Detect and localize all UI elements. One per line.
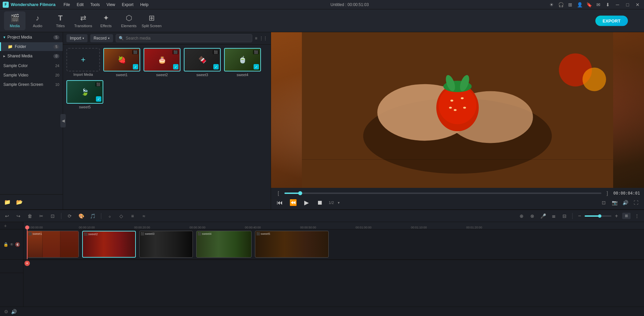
frame-back-button[interactable]: ⏪ bbox=[288, 198, 298, 207]
progress-handle[interactable] bbox=[298, 191, 302, 195]
media-item-sweet4[interactable]: 🍵 ⬛ ✓ sweet4 bbox=[224, 48, 261, 77]
timeline-ruler-spacer: + bbox=[0, 222, 23, 229]
speed-button[interactable]: ⟳ bbox=[65, 212, 74, 220]
menu-tools[interactable]: Tools bbox=[88, 2, 102, 8]
cut-button[interactable]: ✂ bbox=[37, 212, 46, 220]
fullscreen-button[interactable]: ⛶ bbox=[632, 199, 640, 207]
tool-elements[interactable]: ⬡ Elements bbox=[118, 11, 140, 30]
mark-in-button[interactable]: [ bbox=[275, 190, 282, 197]
fraction-dropdown-icon[interactable]: ▾ bbox=[338, 201, 340, 205]
add-track-button[interactable]: + bbox=[2, 222, 9, 229]
media-item-sweet2[interactable]: 🎂 ⬛ ✓ sweet2 bbox=[144, 48, 180, 77]
ripple-button[interactable]: ≈ bbox=[140, 212, 148, 220]
picture-in-picture-button[interactable]: ⊟ bbox=[560, 212, 569, 220]
menu-export[interactable]: Export bbox=[119, 2, 136, 8]
tool-elements-label: Elements bbox=[121, 24, 137, 28]
search-input[interactable] bbox=[126, 36, 249, 41]
tool-split-screen[interactable]: ⊞ Split Screen bbox=[141, 11, 162, 30]
import-button[interactable]: Import ▾ bbox=[66, 34, 88, 42]
zoom-slider[interactable] bbox=[585, 215, 611, 217]
keyframe-button[interactable]: ◇ bbox=[117, 212, 125, 220]
menu-edit[interactable]: Edit bbox=[74, 2, 87, 8]
crop-button[interactable]: ⊡ bbox=[600, 199, 608, 207]
tool-media-label: Media bbox=[10, 24, 20, 28]
sample-green-screen-item[interactable]: Sample Green Screen 10 bbox=[0, 80, 63, 89]
undo-button[interactable]: ↩ bbox=[3, 212, 11, 220]
split-button[interactable]: ⬦ bbox=[105, 212, 114, 220]
folder-item[interactable]: 📁 Folder 5 bbox=[0, 42, 63, 51]
delete-button[interactable]: 🗑 bbox=[25, 212, 34, 220]
mark-out-button[interactable]: ] bbox=[604, 190, 611, 197]
add-folder-button[interactable]: 📁 bbox=[3, 197, 12, 207]
sample-video-item[interactable]: Sample Video 20 bbox=[0, 70, 63, 80]
grid-icon[interactable]: ⊞ bbox=[567, 1, 574, 8]
tool-transitions[interactable]: ⇄ Transitions bbox=[72, 11, 94, 30]
svg-point-12 bbox=[463, 107, 466, 109]
media-item-sweet1[interactable]: 🍓 ⬛ ✓ sweet1 bbox=[103, 48, 140, 77]
shared-media-header[interactable]: ▸ Shared Media 0 bbox=[0, 51, 63, 61]
media-item-sweet3[interactable]: 🍫 ⬛ ✓ sweet3 bbox=[184, 48, 221, 77]
record-button[interactable]: Record ▾ bbox=[90, 34, 113, 42]
add-smart-album-button[interactable]: 📂 bbox=[15, 197, 24, 207]
main-video-track: ⬛ sweet1 ⬛ sweet2 bbox=[23, 229, 644, 260]
project-media-header[interactable]: ▾ Project Media 5 bbox=[0, 32, 63, 42]
export-button[interactable]: EXPORT bbox=[595, 15, 628, 26]
crop-timeline-button[interactable]: ⊡ bbox=[48, 212, 57, 220]
motion-track-button[interactable]: ⊕ bbox=[517, 212, 526, 220]
sample-color-item[interactable]: Sample Color 24 bbox=[0, 61, 63, 70]
play-button[interactable]: ▶ bbox=[302, 198, 311, 207]
menu-help[interactable]: Help bbox=[138, 2, 151, 8]
sun-icon[interactable]: ☀ bbox=[548, 1, 555, 8]
subtitle-button[interactable]: ≣ bbox=[549, 212, 558, 220]
menu-file[interactable]: File bbox=[61, 2, 72, 8]
tool-split-screen-label: Split Screen bbox=[142, 24, 161, 28]
import-media-box[interactable]: + bbox=[66, 48, 100, 71]
tool-titles-label: Titles bbox=[56, 24, 65, 28]
zoom-in-button[interactable]: + bbox=[613, 212, 620, 220]
audio-timeline-button[interactable]: 🎵 bbox=[88, 212, 97, 220]
tool-media[interactable]: 🎬 Media bbox=[4, 11, 25, 30]
color-button[interactable]: 🎨 bbox=[77, 212, 86, 220]
volume-button[interactable]: 🔊 bbox=[621, 199, 629, 207]
bookmark-icon[interactable]: 🔖 bbox=[586, 1, 592, 8]
mail-icon[interactable]: ✉ bbox=[595, 1, 602, 8]
ruler-tick-3: 00:00:30:00 bbox=[190, 226, 206, 229]
maximize-button[interactable]: □ bbox=[624, 1, 631, 8]
download-icon[interactable]: ⬇ bbox=[604, 1, 611, 8]
person-icon[interactable]: 👤 bbox=[576, 1, 583, 8]
tool-effects[interactable]: ✦ Effects bbox=[95, 11, 117, 30]
redo-button[interactable]: ↪ bbox=[14, 212, 23, 220]
timeline-settings-icon[interactable]: ⚙ bbox=[4, 309, 8, 314]
audio-wave-icon[interactable]: 🔊 bbox=[11, 309, 17, 314]
stop-button[interactable]: ⏹ bbox=[315, 198, 325, 207]
grid-view-icon[interactable]: ⋮⋮ bbox=[259, 36, 267, 41]
clip-sweet5[interactable]: ⬛ sweet5 bbox=[255, 231, 329, 258]
clip-sweet2[interactable]: ⬛ sweet2 bbox=[82, 231, 136, 258]
skip-back-button[interactable]: ⏮ bbox=[275, 198, 284, 207]
lock-icon[interactable]: 🔒 bbox=[3, 242, 8, 247]
clip-sweet3[interactable]: ⬛ sweet3 bbox=[139, 231, 193, 258]
collapse-panel-button[interactable]: ◀ bbox=[60, 114, 66, 127]
tool-audio[interactable]: ♪ Audio bbox=[27, 11, 48, 30]
progress-bar[interactable] bbox=[284, 193, 601, 194]
settings-button[interactable]: ⋮ bbox=[633, 212, 641, 220]
snapshot-button[interactable]: 📷 bbox=[610, 199, 619, 207]
mask-button[interactable]: ⊗ bbox=[528, 212, 537, 220]
headphones-icon[interactable]: 🎧 bbox=[557, 1, 564, 8]
minimize-button[interactable]: ─ bbox=[614, 1, 621, 8]
mute-icon[interactable]: 🔇 bbox=[15, 242, 20, 247]
main-track-label: 🔒 👁 🔇 bbox=[0, 229, 23, 260]
eye-icon[interactable]: 👁 bbox=[10, 242, 14, 247]
clip-sweet1[interactable]: ⬛ sweet1 bbox=[27, 231, 79, 258]
tool-titles[interactable]: T Titles bbox=[50, 11, 71, 30]
adjust-button[interactable]: ≡ bbox=[128, 212, 137, 220]
voiceover-button[interactable]: 🎤 bbox=[539, 212, 547, 220]
menu-view[interactable]: View bbox=[104, 2, 118, 8]
filter-icon[interactable]: ≡ bbox=[255, 36, 257, 41]
close-button[interactable]: ✕ bbox=[634, 1, 641, 8]
clip-sweet4[interactable]: ⬛ sweet4 bbox=[196, 231, 252, 258]
zoom-out-button[interactable]: − bbox=[576, 212, 583, 220]
media-item-sweet5[interactable]: 🍃 ⬛ ✓ sweet5 bbox=[66, 80, 103, 109]
fit-button[interactable]: ⊞ bbox=[622, 213, 631, 219]
import-media-label: Import Media bbox=[73, 73, 93, 76]
